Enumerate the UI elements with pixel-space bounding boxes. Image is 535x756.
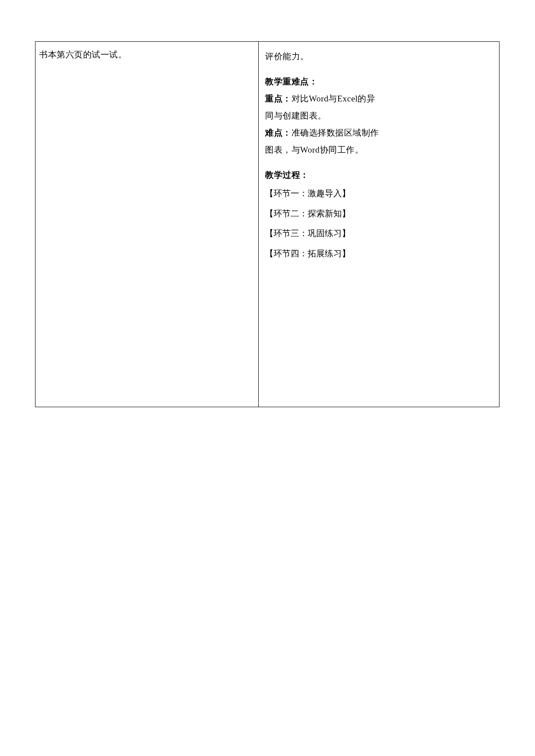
diff-point-text1: 准确选择数据区域制作: [292, 128, 379, 137]
key-point-line1: 重点：对比Word与Excel的异: [265, 90, 494, 107]
key-diff-header: 教学重难点：: [265, 77, 318, 86]
diff-point-label: 难点：: [265, 128, 292, 137]
left-text-line: 书本第六页的试一试。: [39, 46, 254, 63]
process-item-3: 【环节三：巩固练习】: [265, 224, 494, 244]
process-section: 教学过程：: [265, 167, 494, 184]
process-item-4: 【环节四：拓展练习】: [265, 244, 494, 264]
process-item-2: 【环节二：探索新知】: [265, 204, 494, 224]
diff-point-line2: 图表，与Word协同工作。: [265, 141, 494, 158]
key-point-text1: 对比Word与Excel的异: [292, 94, 376, 103]
left-column: 书本第六页的试一试。: [35, 42, 259, 407]
process-item-1: 【环节一：激趣导入】: [265, 184, 494, 204]
document-table: 书本第六页的试一试。 评价能力。 教学重难点： 重点：对比Word与Excel的…: [35, 41, 500, 407]
key-point-label: 重点：: [265, 94, 292, 103]
key-point-line2: 同与创建图表。: [265, 107, 494, 124]
right-column: 评价能力。 教学重难点： 重点：对比Word与Excel的异 同与创建图表。 难…: [259, 42, 499, 407]
eval-ability-text: 评价能力。: [265, 48, 494, 65]
diff-point-line1: 难点：准确选择数据区域制作: [265, 124, 494, 141]
key-diff-section: 教学重难点：: [265, 73, 494, 90]
process-header: 教学过程：: [265, 170, 309, 180]
